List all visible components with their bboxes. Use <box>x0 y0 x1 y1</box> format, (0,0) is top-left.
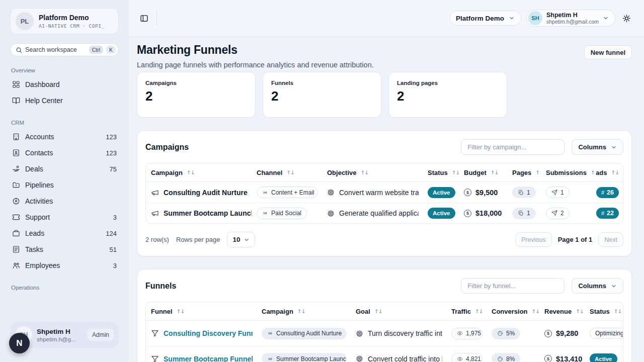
column-header-campaign[interactable]: Campaign↑↓ <box>146 169 252 176</box>
sidebar-item-help-center[interactable]: Help Center <box>10 93 119 109</box>
sidebar-item-accounts[interactable]: Accounts 123 <box>10 129 119 145</box>
column-header-channel[interactable]: Channel↑↓ <box>252 169 322 176</box>
user-email: shpetim.h@gmail.com <box>546 19 599 25</box>
workspace-name: Platform Demo <box>39 14 105 22</box>
floating-n-button[interactable]: N <box>9 333 30 353</box>
status-badge: Active <box>590 353 617 362</box>
sidebar-item-dashboard[interactable]: Dashboard <box>10 76 119 93</box>
nav-label: Support <box>25 213 50 221</box>
budget-value: $9,500 <box>475 189 498 197</box>
hash-icon: # <box>601 210 604 216</box>
broadcast-icon <box>262 190 268 196</box>
new-funnel-button[interactable]: New funnel <box>584 45 632 59</box>
page-title: Marketing Funnels <box>137 43 374 56</box>
sidebar-item-contacts[interactable]: Contacts 123 <box>10 145 119 161</box>
column-header-status[interactable]: Status↑↓ <box>585 308 623 315</box>
funnel-link[interactable]: Consulting Discovery Funnel <box>164 329 253 337</box>
traffic-pill: 4,821 <box>451 353 482 362</box>
sidebar-item-deals[interactable]: Deals 75 <box>10 161 119 177</box>
page-indicator: Page 1 of 1 <box>558 236 593 243</box>
sort-icon: ↑↓ <box>177 308 185 314</box>
workspace-selector[interactable]: Platform Demo <box>449 11 521 26</box>
rows-per-page-select[interactable]: 10 <box>227 232 255 247</box>
workspace-switcher[interactable]: PL Platform Demo AI-NATIVE CRM · COPI_ <box>10 8 119 34</box>
nav-count: 3 <box>113 214 117 221</box>
column-header-objective[interactable]: Objective↑↓ <box>322 169 423 176</box>
shortcut-key-k: K <box>106 46 116 54</box>
dollar-icon: $ <box>544 355 552 362</box>
column-header-leads[interactable]: Leads↑↓ <box>596 169 623 176</box>
nav-label: Tasks <box>25 245 43 253</box>
app-window: PL Platform Demo AI-NATIVE CRM · COPI_ C… <box>0 0 644 362</box>
sidebar-toggle-button[interactable] <box>138 12 150 25</box>
funnel-row[interactable]: Consulting Discovery Funnel Consulting A… <box>146 321 623 346</box>
header-label: Campaign <box>262 308 293 315</box>
funnel-icon <box>151 329 159 337</box>
campaign-pill: Summer Bootcamp Launch <box>262 353 347 362</box>
eye-icon <box>457 330 463 336</box>
column-header-traffic[interactable]: Traffic↑↓ <box>446 308 487 315</box>
dollar-icon: $ <box>464 189 471 196</box>
help-center-icon <box>12 97 20 105</box>
conversion-pill: 5% <box>492 328 520 339</box>
channel-label: Paid Social <box>271 210 301 217</box>
revenue-value: $9,280 <box>556 329 578 337</box>
nav-label: Contacts <box>25 149 53 157</box>
workspace-search[interactable]: Ctrl K <box>10 43 119 56</box>
funnels-columns-button[interactable]: Columns <box>572 278 623 294</box>
campaign-row[interactable]: Summer Bootcamp Launch Paid Social Gener… <box>146 203 623 223</box>
column-header-campaign[interactable]: Campaign↑↓ <box>257 308 351 315</box>
sidebar-item-activities[interactable]: Activities <box>10 193 119 209</box>
funnel-filter-input[interactable] <box>461 278 565 294</box>
sidebar-item-leads[interactable]: Leads 124 <box>10 225 119 241</box>
chevron-down-icon <box>611 283 617 289</box>
column-header-submissions[interactable]: Submissions↑↓ <box>541 169 596 176</box>
funnel-link[interactable]: Summer Bootcamp Funnel <box>164 355 253 362</box>
nav-count: 75 <box>110 165 117 173</box>
nav-count: 51 <box>110 246 117 253</box>
pages-pill: 1 <box>512 208 536 219</box>
user-name: Shpetim H <box>37 328 76 335</box>
campaign-filter-input[interactable] <box>461 139 565 155</box>
column-header-goal[interactable]: Goal↑↓ <box>351 308 446 315</box>
column-header-funnel[interactable]: Funnel↑↓ <box>146 308 257 315</box>
target-icon <box>327 210 335 217</box>
sidebar-item-employees[interactable]: Employees 3 <box>10 257 119 274</box>
column-header-status[interactable]: Status↑↓ <box>423 169 459 176</box>
header-label: Conversion <box>492 308 528 315</box>
gauge-icon <box>497 330 503 336</box>
topbar: Platform Demo SH Shpetim H shpetim.h@gma… <box>129 0 644 37</box>
search-input[interactable] <box>25 46 86 53</box>
traffic-count: 1,975 <box>466 330 481 337</box>
dollar-icon: $ <box>464 210 471 217</box>
workspace-avatar: PL <box>16 12 34 30</box>
stat-value: 2 <box>145 88 247 104</box>
header-label: Revenue <box>544 308 572 315</box>
main-area: Platform Demo SH Shpetim H shpetim.h@gma… <box>129 0 644 362</box>
campaign-row[interactable]: Consulting Audit Nurture Content + Email… <box>146 182 623 203</box>
stat-card-landing-pages: Landing pages 2 <box>388 72 507 118</box>
previous-page-button[interactable]: Previous <box>515 232 552 247</box>
funnel-row[interactable]: Summer Bootcamp Funnel Summer Bootcamp L… <box>146 346 623 362</box>
target-icon <box>356 355 363 362</box>
theme-toggle-button[interactable] <box>620 12 633 25</box>
column-header-revenue[interactable]: Revenue↑↓ <box>539 308 585 315</box>
header-label: Leads <box>596 169 607 176</box>
header-label: Channel <box>257 169 282 176</box>
campaign-name: Summer Bootcamp Launch <box>164 209 252 217</box>
sidebar-item-tasks[interactable]: Tasks 51 <box>10 241 119 257</box>
funnels-table: Funnel↑↓ Campaign↑↓ Goal↑↓ Traffic↑↓ Con… <box>145 302 623 362</box>
leads-pill: #26 <box>596 187 619 198</box>
campaigns-columns-button[interactable]: Columns <box>572 139 623 155</box>
send-icon <box>551 190 557 196</box>
column-header-conversion[interactable]: Conversion↑↓ <box>487 308 539 315</box>
sidebar-item-support[interactable]: Support 3 <box>10 209 119 225</box>
user-menu[interactable]: SH Shpetim H shpetim.h@gmail.com <box>526 10 615 27</box>
column-header-pages[interactable]: Pages↑↓ <box>507 169 541 176</box>
sidebar-item-pipelines[interactable]: Pipelines <box>10 177 119 193</box>
column-header-budget[interactable]: Budget↑↓ <box>459 169 507 176</box>
gauge-icon <box>497 356 503 362</box>
support-icon <box>12 213 20 221</box>
send-icon <box>551 210 557 216</box>
next-page-button[interactable]: Next <box>598 232 623 247</box>
